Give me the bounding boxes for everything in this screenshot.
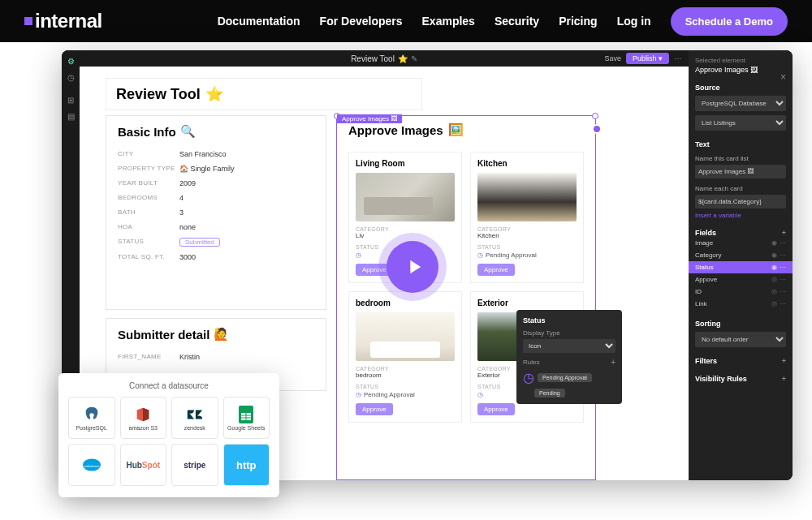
close-icon[interactable]: × [780, 71, 786, 83]
display-type-select[interactable]: Icon [523, 339, 615, 353]
clock-icon: ◷ [356, 391, 361, 398]
datasource-header: Connect a datasource [68, 381, 270, 390]
source-section-header: Source [695, 84, 786, 92]
sorting-select[interactable]: No default order [695, 332, 786, 347]
status-config-popover: Status Display Type Icon Rules+ ◷Pending… [516, 310, 622, 404]
text-section-header: Text [695, 140, 786, 148]
eye-icon: ◉ [771, 251, 777, 259]
clock-icon: ◷ [523, 370, 534, 385]
star-icon: ⭐ [398, 54, 408, 63]
add-filter-icon[interactable]: + [782, 357, 786, 365]
info-value: San Francisco [179, 150, 227, 158]
filters-section-header: Filters [695, 357, 717, 365]
drag-icon: ⋯ [780, 300, 786, 307]
field-row-category[interactable]: Category◉⋯ [695, 249, 786, 261]
add-component-icon[interactable]: ⊞ [66, 96, 76, 105]
field-row-status[interactable]: Status◉⋯ [689, 261, 793, 273]
clock-icon: ◷ [477, 391, 483, 398]
layout-icon[interactable]: ▤ [66, 112, 76, 122]
svg-text:salesforce: salesforce [84, 464, 100, 468]
nav-documentation[interactable]: Documentation [218, 15, 300, 28]
approve-button[interactable]: Approve [356, 403, 393, 415]
selection-tag: Approve Images 🖼 [337, 114, 402, 123]
eye-off-icon: ◎ [771, 276, 777, 283]
eye-icon: ◉ [771, 264, 777, 271]
field-row-approve[interactable]: Appove◎⋯ [695, 273, 786, 286]
datasource-zendesk[interactable]: zendesk [171, 397, 218, 439]
eye-icon: ◉ [771, 239, 777, 247]
datasource-googlesheets[interactable]: Google Sheets [223, 397, 270, 439]
visibility-section-header: Visibility Rules [695, 375, 747, 383]
nav-menu: Documentation For Developers Examples Se… [218, 7, 788, 36]
rules-label: Rules [523, 359, 539, 366]
salesforce-icon: salesforce [83, 456, 101, 474]
field-row-image[interactable]: Image◉⋯ [695, 237, 786, 249]
datasource-amazons3[interactable]: amazon S3 [120, 397, 167, 439]
status-badge: Submitted [179, 238, 220, 247]
basic-info-panel[interactable]: Basic Info 🔍 CITYSan Francisco PROPERTY … [106, 115, 326, 310]
display-type-label: Display Type [523, 329, 615, 337]
zendesk-icon [186, 406, 204, 423]
schedule-demo-button[interactable]: Schedule a Demo [671, 7, 788, 36]
approve-button[interactable]: Approve [477, 403, 515, 415]
selected-element-name: Approve Images 🖼 [695, 66, 786, 74]
star-icon: ⭐ [205, 85, 223, 103]
source-db-select[interactable]: PostgreSQL Database [695, 96, 786, 111]
datasource-stripe[interactable]: stripe [171, 444, 218, 486]
clock-icon: ◷ [356, 251, 361, 259]
nav-examples[interactable]: Examples [422, 15, 475, 28]
field-row-id[interactable]: ID◎⋯ [695, 286, 786, 298]
rule-chip[interactable]: Pending [534, 389, 565, 398]
page-title: Review Tool [116, 86, 201, 103]
approve-images-panel[interactable]: Approve Images 🖼 Approve Images 🖼️ Livin… [336, 115, 596, 480]
brand-logo[interactable]: internal [24, 10, 102, 32]
field-row-link[interactable]: Link◎⋯ [695, 298, 786, 310]
site-header: internal Documentation For Developers Ex… [0, 0, 812, 42]
nav-pricing[interactable]: Pricing [559, 15, 597, 28]
canvas-topbar: Review Tool ⭐ ✎ Save Publish ▾ ⋯ [80, 50, 689, 67]
play-video-button[interactable] [387, 241, 438, 293]
more-icon[interactable]: ⋯ [674, 54, 682, 63]
play-icon [403, 256, 425, 278]
add-visibility-rule-icon[interactable]: + [782, 375, 786, 383]
rule-chip[interactable]: Pending Approval [538, 373, 592, 382]
card-image [356, 173, 455, 221]
image-card[interactable]: Kitchen CATEGORY Kitchen STATUS ◷Pending… [470, 152, 584, 283]
add-field-icon[interactable]: + [782, 229, 786, 237]
datasource-hubspot[interactable]: HubSpót [120, 444, 167, 486]
save-button[interactable]: Save [604, 54, 621, 62]
image-card[interactable]: bedroom CATEGORY bedroom STATUS ◷Pending… [348, 291, 462, 423]
nav-login[interactable]: Log in [617, 15, 651, 28]
eye-off-icon: ◎ [771, 300, 777, 307]
insert-variable-link[interactable]: Insert a variable [695, 212, 786, 219]
popover-title: Status [523, 316, 615, 324]
panel-action-dot-icon[interactable] [592, 124, 602, 134]
add-rule-icon[interactable]: + [611, 358, 615, 367]
sorting-section-header: Sorting [695, 320, 786, 328]
publish-button[interactable]: Publish ▾ [626, 53, 669, 64]
name-list-input[interactable] [695, 165, 786, 178]
inspector-panel: Selected element Approve Images 🖼 Source… [689, 50, 793, 480]
nav-developers[interactable]: For Developers [320, 15, 403, 28]
card-image [477, 173, 577, 221]
drag-icon: ⋯ [780, 276, 786, 283]
clock-icon: ◷ [477, 251, 483, 259]
datasource-postgresql[interactable]: PostgreSQL [68, 397, 115, 439]
datasource-salesforce[interactable]: salesforce [68, 444, 115, 486]
drag-icon: ⋯ [780, 264, 786, 271]
datasource-http[interactable]: http [223, 444, 270, 486]
source-table-select[interactable]: List Listings [695, 115, 786, 131]
approve-button[interactable]: Approve [477, 264, 515, 276]
clock-icon[interactable]: ◷ [66, 73, 76, 83]
google-sheets-icon [237, 406, 255, 423]
search-icon: 🔍 [180, 124, 196, 139]
nav-security[interactable]: Security [495, 15, 539, 28]
brand-text: internal [35, 10, 102, 32]
postgresql-icon [83, 406, 101, 423]
submitter-header: Submitter detail [118, 328, 209, 342]
gear-icon[interactable]: ⚙ [66, 57, 76, 67]
page-title-block[interactable]: Review Tool ⭐ [106, 78, 422, 110]
name-card-input[interactable] [695, 195, 786, 208]
drag-icon: ⋯ [780, 239, 786, 247]
edit-title-icon[interactable]: ✎ [411, 54, 417, 63]
